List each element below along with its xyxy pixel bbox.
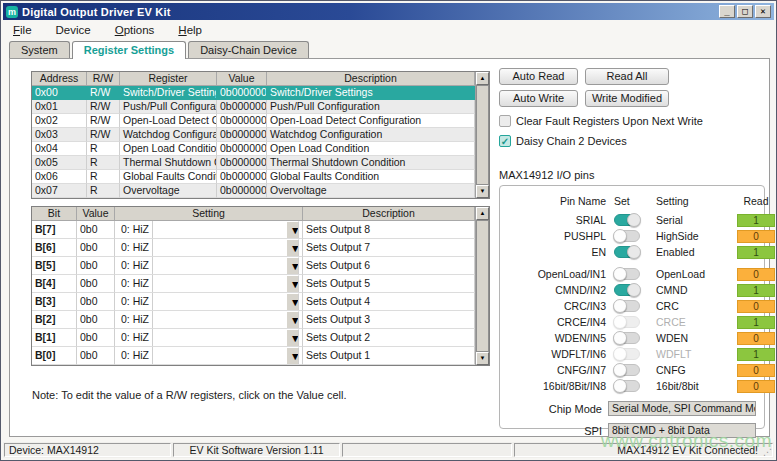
register-table-row[interactable]: 0x01 R/W Push/Pull Configuration 0b00000… (32, 100, 475, 114)
read-value-badge: 0 (737, 332, 775, 345)
chevron-down-icon[interactable] (286, 275, 299, 293)
pin-setting-label: CRCE (656, 316, 730, 328)
setting-dropdown[interactable]: 0: HiZ (115, 347, 303, 365)
register-table-row[interactable]: 0x05 R Thermal Shutdown Con... 0b0000000… (32, 156, 475, 170)
cell-value[interactable]: 0b00000000 (217, 128, 267, 142)
bit-table-row: B[1] 0b0 0: HiZ Sets Output 2 (32, 329, 475, 347)
chevron-down-icon[interactable] (286, 293, 299, 311)
register-table-scrollbar[interactable] (475, 72, 489, 198)
cell-bit: B[1] (32, 329, 77, 347)
close-button[interactable]: ✕ (755, 5, 771, 18)
register-table-row[interactable]: 0x04 R Open Load Condition 0b00000000 Op… (32, 142, 475, 156)
tab-system[interactable]: System (9, 41, 70, 58)
cell-value[interactable]: 0b00000000 (217, 86, 267, 100)
tab-register-settings[interactable]: Register Settings (72, 41, 186, 59)
cell-value[interactable]: 0b00000000 (217, 142, 267, 156)
register-table-row[interactable]: 0x07 R Overvoltage 0b00000000 Overvoltag… (32, 184, 475, 198)
setting-dropdown[interactable]: 0: HiZ (115, 311, 303, 329)
chip-mode-value: Serial Mode, SPI Command Mode 16bit (608, 401, 756, 416)
cell-value[interactable]: 0b00000000 (217, 114, 267, 128)
chevron-down-icon[interactable] (286, 311, 299, 329)
toggle-switch[interactable] (614, 364, 640, 376)
toggle-switch[interactable] (614, 348, 640, 360)
toggle-switch[interactable] (614, 332, 640, 344)
cell-register: Thermal Shutdown Con... (120, 156, 217, 170)
read-value-badge: 0 (737, 364, 775, 377)
cell-bit: B[3] (32, 293, 77, 311)
column-header: Value (217, 72, 267, 86)
toggle-switch[interactable] (614, 214, 640, 226)
setting-dropdown[interactable]: 0: HiZ (115, 257, 303, 275)
column-header: Description (303, 207, 475, 221)
checkbox[interactable] (499, 135, 511, 147)
tab-daisy-chain-device[interactable]: Daisy-Chain Device (188, 41, 309, 58)
menu-item-options[interactable]: Options (115, 24, 155, 36)
cell-description: Switch/Driver Settings (267, 86, 475, 100)
setting-dropdown[interactable]: 0: HiZ (115, 293, 303, 311)
menu-item-help[interactable]: Help (178, 24, 202, 36)
cell-bit: B[2] (32, 311, 77, 329)
chevron-down-icon[interactable] (286, 347, 299, 365)
read-value-badge: 1 (737, 284, 775, 297)
setting-dropdown-value: 0: HiZ (118, 239, 153, 257)
checkbox-list: Clear Fault Registers Upon Next Write Da… (499, 115, 767, 147)
register-table-header: AddressR/WRegisterValueDescription (32, 72, 475, 86)
scroll-down-icon[interactable] (476, 352, 489, 365)
resize-grip-icon[interactable]: ⋰ (763, 447, 773, 457)
setting-dropdown[interactable]: 0: HiZ (115, 221, 303, 239)
auto-read-button[interactable]: Auto Read (499, 68, 578, 85)
cell-value[interactable]: 0b00000000 (217, 100, 267, 114)
chevron-down-icon[interactable] (286, 221, 299, 239)
register-table-row[interactable]: 0x00 R/W Switch/Driver Settings 0b000000… (32, 86, 475, 100)
toggle-switch[interactable] (614, 316, 640, 328)
cell-address: 0x04 (32, 142, 87, 156)
read-value-badge: 1 (737, 348, 775, 361)
scroll-up-icon[interactable] (476, 72, 489, 85)
cell-bit-description: Sets Output 7 (303, 239, 475, 257)
bit-table-row: B[2] 0b0 0: HiZ Sets Output 3 (32, 311, 475, 329)
toggle-switch[interactable] (614, 246, 640, 258)
cell-register: Global Faults Condition (120, 170, 217, 184)
checkbox[interactable] (499, 115, 511, 127)
cell-description: Overvoltage (267, 184, 475, 198)
menu-item-device[interactable]: Device (56, 24, 91, 36)
register-table-row[interactable]: 0x03 R/W Watchdog Configuration 0b000000… (32, 128, 475, 142)
write-modified-button[interactable]: Write Modified (585, 90, 669, 107)
pin-name: WDFLT/IN6 (506, 348, 610, 360)
cell-value[interactable]: 0b00000000 (217, 170, 267, 184)
menu-item-file[interactable]: File (13, 24, 32, 36)
scroll-down-icon[interactable] (476, 185, 489, 198)
scroll-up-icon[interactable] (476, 207, 489, 220)
setting-dropdown-value: 0: HiZ (118, 347, 153, 365)
scrollbar-thumb[interactable] (476, 85, 489, 185)
maximize-button[interactable]: □ (737, 5, 753, 18)
setting-dropdown[interactable]: 0: HiZ (115, 275, 303, 293)
status-cell (342, 443, 512, 457)
checkbox-row: Clear Fault Registers Upon Next Write (499, 115, 767, 127)
bit-table-scrollbar[interactable] (475, 207, 489, 365)
toggle-switch[interactable] (614, 300, 640, 312)
cell-bit-value: 0b0 (77, 239, 115, 257)
minimize-button[interactable]: _ (719, 5, 735, 18)
setting-dropdown[interactable]: 0: HiZ (115, 239, 303, 257)
chevron-down-icon[interactable] (286, 257, 299, 275)
cell-bit: B[7] (32, 221, 77, 239)
register-table-row[interactable]: 0x02 R/W Open-Load Detect Confi... 0b000… (32, 114, 475, 128)
toggle-switch[interactable] (614, 268, 640, 280)
toggle-knob (613, 379, 627, 393)
pin-setting-label: Enabled (656, 246, 730, 258)
auto-write-button[interactable]: Auto Write (499, 90, 578, 107)
bit-table-row: B[6] 0b0 0: HiZ Sets Output 7 (32, 239, 475, 257)
register-table-row[interactable]: 0x06 R Global Faults Condition 0b0000000… (32, 170, 475, 184)
chevron-down-icon[interactable] (286, 329, 299, 347)
cell-value[interactable]: 0b00000000 (217, 156, 267, 170)
chevron-down-icon[interactable] (286, 239, 299, 257)
toggle-switch[interactable] (614, 284, 640, 296)
read-all-button[interactable]: Read All (585, 68, 669, 85)
cell-value[interactable]: 0b00000000 (217, 184, 267, 198)
cell-rw: R/W (87, 100, 120, 114)
setting-dropdown[interactable]: 0: HiZ (115, 329, 303, 347)
toggle-switch[interactable] (614, 380, 640, 392)
toggle-switch[interactable] (614, 230, 640, 242)
scrollbar-thumb[interactable] (476, 220, 489, 352)
